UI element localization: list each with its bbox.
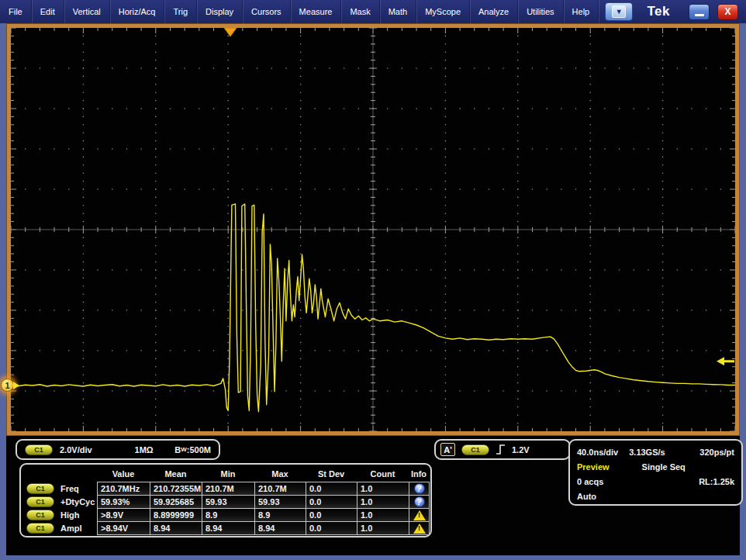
menu-item-math[interactable]: Math: [380, 0, 416, 23]
time-per-div: 40.0ns/div: [577, 448, 618, 457]
sample-rate: 3.13GS/s: [629, 448, 665, 457]
measurement-mean: 210.72355M: [150, 482, 202, 496]
measurement-label: C1Freq: [24, 482, 97, 495]
measurement-count: 1.0: [357, 482, 409, 496]
measurement-info-cell: !: [409, 521, 430, 535]
channel-badge[interactable]: C1: [26, 523, 54, 534]
measurement-label: C1High: [24, 508, 97, 521]
menu-item-help[interactable]: Help: [564, 0, 599, 23]
scope-dropdown-button[interactable]: ▼: [605, 2, 633, 21]
column-header-min: Min: [202, 466, 254, 482]
menu-item-utilities[interactable]: Utilities: [518, 0, 563, 23]
minimize-icon: [695, 14, 704, 16]
measurement-info-cell: ?: [409, 482, 430, 496]
measurement-stdev: 0.0: [306, 495, 357, 509]
trigger-source-badge[interactable]: C1: [461, 444, 489, 455]
bandwidth-readout: BW:500M: [174, 445, 211, 455]
menu-item-horiz-acq[interactable]: Horiz/Acq: [110, 0, 165, 23]
measurement-max: 59.93: [254, 495, 306, 509]
acquisition-mode: Single Seq: [642, 462, 686, 472]
preview-status: Preview: [577, 462, 610, 472]
measurement-mean: 8.8999999: [150, 508, 202, 522]
chevron-down-icon: ▼: [612, 5, 626, 18]
column-header-count: Count: [357, 466, 409, 482]
measurement-count: 1.0: [357, 495, 409, 509]
input-impedance: 1MΩ: [135, 445, 154, 455]
measurement-table: ValueMeanMinMaxSt DevCountInfoC1Freq210.…: [19, 463, 432, 538]
measurement-value: >8.94V: [97, 521, 150, 535]
measurement-stdev: 0.0: [306, 482, 357, 496]
waveform-display: [11, 28, 735, 431]
menu-item-mask[interactable]: Mask: [341, 0, 379, 23]
info-question-icon[interactable]: ?: [414, 496, 425, 507]
warning-icon[interactable]: !: [413, 510, 426, 520]
measurement-name: High: [60, 510, 79, 520]
trigger-a-badge: A': [440, 443, 455, 456]
info-question-icon[interactable]: ?: [414, 483, 425, 494]
column-header-info: Info: [409, 466, 429, 482]
menu-bar: FileEditVerticalHoriz/AcqTrigDisplayCurs…: [0, 0, 746, 23]
menu-item-display[interactable]: Display: [197, 0, 243, 23]
vertical-scale: 2.0V/div: [60, 445, 92, 455]
channel1-marker-label: 1: [1, 379, 14, 392]
measurement-row-dtycyc: C1+DtyCyc59.93%59.92568559.9359.930.01.0…: [24, 495, 427, 508]
measurement-count: 1.0: [357, 508, 409, 522]
minimize-button[interactable]: [689, 4, 710, 20]
measurement-mean: 59.925685: [150, 495, 202, 509]
titlebar-right: Tek X: [647, 0, 746, 23]
menu-item-cursors[interactable]: Cursors: [243, 0, 291, 23]
measurement-label: C1+DtyCyc: [24, 495, 97, 508]
close-button[interactable]: X: [717, 4, 738, 20]
menu-item-vertical[interactable]: Vertical: [64, 0, 110, 23]
measurement-mean: 8.94: [150, 521, 202, 535]
column-header-max: Max: [254, 466, 306, 482]
measurement-count: 1.0: [357, 521, 409, 535]
menu-item-file[interactable]: File: [0, 0, 32, 23]
waveform-svg: [11, 28, 735, 431]
measurement-value: 59.93%: [97, 495, 150, 509]
menu-item-edit[interactable]: Edit: [32, 0, 64, 23]
menu-items: FileEditVerticalHoriz/AcqTrigDisplayCurs…: [0, 0, 599, 23]
menu-item-analyze[interactable]: Analyze: [470, 0, 518, 23]
measurement-value: 210.7MHz: [97, 482, 150, 496]
menu-item-measure[interactable]: Measure: [291, 0, 342, 23]
column-header-value: Value: [97, 466, 150, 482]
readout-area: C1 2.0V/div 1MΩ BW:500M A' C1 1.2V 40.0n…: [6, 436, 740, 555]
measurement-min: 8.94: [202, 521, 255, 535]
trigger-level-readout: 1.2V: [512, 445, 530, 455]
trigger-mode: Auto: [577, 492, 596, 501]
channel-badge[interactable]: C1: [26, 483, 54, 494]
resolution: 320ps/pt: [699, 448, 734, 457]
measurement-min: 59.93: [202, 495, 255, 509]
measurement-value: >8.9V: [97, 508, 150, 522]
tek-logo: Tek: [647, 4, 681, 19]
measurement-info-cell: ?: [409, 495, 430, 509]
acquisition-count: 0 acqs: [577, 477, 603, 486]
measurement-name: +DtyCyc: [60, 497, 95, 506]
channel-readout-panel: C1 2.0V/div 1MΩ BW:500M: [16, 439, 220, 460]
measurement-table-body: ValueMeanMinMaxSt DevCountInfoC1Freq210.…: [24, 466, 427, 534]
menu-item-trig[interactable]: Trig: [164, 0, 197, 23]
measurement-min: 8.9: [202, 508, 255, 522]
warning-icon[interactable]: !: [413, 524, 426, 534]
channel1-ground-marker[interactable]: 1: [1, 378, 16, 393]
measurement-header-row: ValueMeanMinMaxSt DevCountInfo: [24, 466, 427, 482]
menu-item-myscope[interactable]: MyScope: [416, 0, 470, 23]
graticule-frame: [6, 23, 740, 436]
measurement-row-ampl: C1Ampl>8.94V8.948.948.940.01.0!: [24, 521, 427, 534]
measurement-row-freq: C1Freq210.7MHz210.72355M210.7M210.7M0.01…: [24, 482, 427, 495]
tekscope-window: FileEditVerticalHoriz/AcqTrigDisplayCurs…: [0, 0, 746, 560]
measurement-max: 8.94: [254, 521, 306, 535]
measurement-name: Freq: [60, 484, 79, 493]
measurement-info-cell: !: [409, 508, 430, 522]
measurement-max: 210.7M: [254, 482, 306, 496]
trigger-level-arrow[interactable]: [717, 357, 734, 365]
channel1-badge[interactable]: C1: [25, 444, 53, 455]
measurement-label: C1Ampl: [24, 521, 97, 534]
measurement-name: Ampl: [60, 524, 82, 533]
channel-badge[interactable]: C1: [26, 510, 54, 520]
column-header-mean: Mean: [150, 466, 202, 482]
measurement-min: 210.7M: [202, 482, 255, 496]
trigger-position-marker[interactable]: [224, 28, 237, 36]
channel-badge[interactable]: C1: [26, 496, 54, 507]
